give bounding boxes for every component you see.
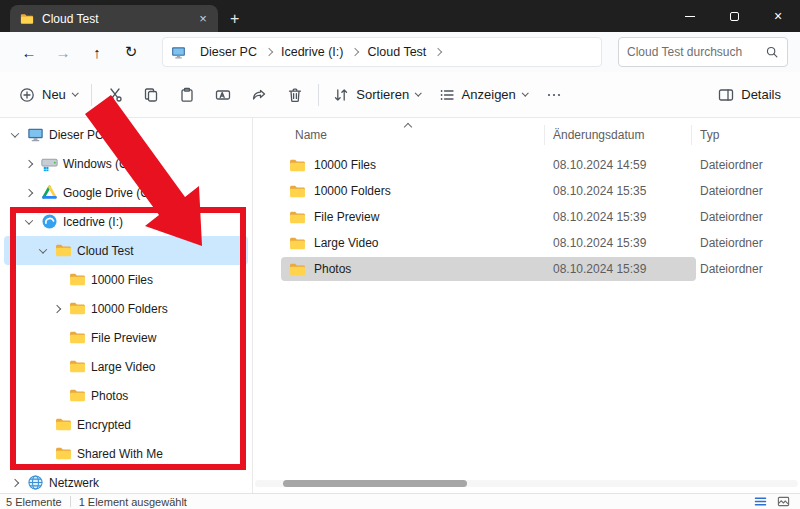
file-type-cell: Dateiordner [692, 184, 800, 198]
breadcrumb-chevron-icon[interactable] [265, 48, 273, 56]
sort-icon [333, 87, 349, 103]
column-header-name[interactable]: Name [253, 125, 545, 145]
breadcrumb-pc-icon [171, 45, 186, 60]
tree-item-label: Icedrive (I:) [63, 215, 123, 229]
tree-chevron-slot[interactable] [50, 306, 64, 312]
tree-item-label: Dieser PC [49, 128, 104, 142]
back-button[interactable]: ← [12, 36, 46, 68]
sidebar-item-photos[interactable]: Photos [4, 381, 248, 410]
content-area: Dieser PC Windows (C:) Google Drive (G:)… [0, 118, 800, 493]
copy-button[interactable] [133, 78, 169, 112]
file-type-cell: Dateiordner [692, 210, 800, 224]
more-icon [546, 87, 562, 103]
file-row-10000-files[interactable]: 10000 Files 08.10.2024 14:59 Dateiordner [253, 152, 800, 178]
view-toggles [754, 495, 790, 508]
horizontal-scrollbar[interactable] [255, 480, 798, 487]
tree-chevron-slot[interactable] [22, 219, 36, 225]
forward-button[interactable]: → [46, 36, 80, 68]
close-button[interactable]: × [756, 0, 800, 32]
file-row-file-preview[interactable]: File Preview 08.10.2024 15:39 Dateiordne… [253, 204, 800, 230]
search-input[interactable] [627, 45, 765, 59]
tree-chevron-slot[interactable] [8, 480, 22, 486]
tree-chevron-slot[interactable] [22, 161, 36, 167]
item-count: 5 Elemente [6, 496, 62, 508]
tree-item-label: Cloud Test [77, 244, 133, 258]
cut-button[interactable] [97, 78, 133, 112]
sidebar-item-dieser-pc[interactable]: Dieser PC [4, 120, 248, 149]
file-type-cell: Dateiordner [692, 236, 800, 250]
new-tab-button[interactable]: + [230, 11, 239, 27]
sidebar-item-shared-with-me[interactable]: Shared With Me [4, 439, 248, 468]
tree-chevron-slot[interactable] [8, 132, 22, 138]
tree-item-label: 10000 Files [91, 273, 153, 287]
new-button[interactable]: Neu [10, 78, 86, 112]
sidebar-item-cloud-test[interactable]: Cloud Test [4, 236, 248, 265]
titlebar: Cloud Test × + × [0, 0, 800, 32]
thumbnail-view-toggle[interactable] [777, 495, 790, 508]
share-button[interactable] [241, 78, 277, 112]
tab-cloud-test[interactable]: Cloud Test × [10, 5, 218, 32]
file-row-photos[interactable]: Photos 08.10.2024 15:39 Dateiordner [253, 256, 800, 282]
search-box[interactable] [618, 37, 788, 67]
folder-icon [55, 242, 72, 259]
details-view-toggle[interactable] [754, 495, 767, 508]
sidebar-item-10000-files[interactable]: 10000 Files [4, 265, 248, 294]
selection-count: 1 Element ausgewählt [79, 496, 187, 508]
sort-button[interactable]: Sortieren [324, 78, 429, 112]
statusbar-divider [70, 496, 71, 507]
tree-chevron-slot[interactable] [36, 248, 50, 254]
rename-button[interactable] [205, 78, 241, 112]
breadcrumb-item-dieser-pc[interactable]: Dieser PC [194, 42, 263, 62]
breadcrumb-chevron-icon[interactable] [434, 48, 442, 56]
sidebar-item-large-video[interactable]: Large Video [4, 352, 248, 381]
tree-item-label: Windows (C:) [63, 157, 135, 171]
new-button-label: Neu [42, 87, 66, 102]
file-row-10000-folders[interactable]: 10000 Folders 08.10.2024 15:35 Dateiordn… [253, 178, 800, 204]
paste-button[interactable] [169, 78, 205, 112]
sidebar-item-10000-folders[interactable]: 10000 Folders [4, 294, 248, 323]
address-bar[interactable]: Dieser PCIcedrive (I:)Cloud Test [162, 37, 602, 67]
view-button[interactable]: Anzeigen [430, 78, 537, 112]
folder-icon [289, 183, 306, 200]
tree-item-label: Shared With Me [77, 447, 163, 461]
more-button[interactable] [536, 78, 572, 112]
file-name: 10000 Folders [314, 184, 391, 198]
tree-item-label: Photos [91, 389, 128, 403]
icedrive-icon [41, 213, 58, 230]
delete-button[interactable] [277, 78, 313, 112]
folder-icon [289, 157, 306, 174]
maximize-button[interactable] [712, 0, 756, 32]
paste-icon [179, 87, 195, 103]
up-button[interactable]: ↑ [80, 36, 114, 68]
sidebar-item-icedrive-i[interactable]: Icedrive (I:) [4, 207, 248, 236]
sidebar-item-netzwerk[interactable]: Netzwerk [4, 468, 248, 493]
view-icon [439, 87, 455, 103]
file-name-cell: Large Video [253, 235, 545, 252]
scrollbar-thumb[interactable] [283, 480, 467, 487]
file-row-large-video[interactable]: Large Video 08.10.2024 15:39 Dateiordner [253, 230, 800, 256]
sidebar-item-google-drive-g[interactable]: Google Drive (G:) [4, 178, 248, 207]
minimize-button[interactable] [668, 0, 712, 32]
column-header-type[interactable]: Typ [692, 125, 800, 145]
file-type-cell: Dateiordner [692, 158, 800, 172]
folder-icon [55, 416, 72, 433]
sidebar-item-windows-c[interactable]: Windows (C:) [4, 149, 248, 178]
refresh-button[interactable]: ↻ [114, 36, 148, 68]
column-header-modified[interactable]: Änderungsdatum [545, 125, 692, 145]
gdrive-icon [41, 184, 58, 201]
file-name: Large Video [314, 236, 379, 250]
search-icon[interactable] [765, 45, 779, 59]
network-icon [27, 474, 44, 491]
sidebar-item-encrypted[interactable]: Encrypted [4, 410, 248, 439]
file-type-cell: Dateiordner [692, 262, 800, 276]
file-name: 10000 Files [314, 158, 376, 172]
details-button[interactable]: Details [709, 78, 790, 112]
breadcrumb-chevron-icon[interactable] [351, 48, 359, 56]
file-name: Photos [314, 262, 351, 276]
sidebar-item-file-preview[interactable]: File Preview [4, 323, 248, 352]
breadcrumb-item-cloud-test[interactable]: Cloud Test [361, 42, 432, 62]
folder-icon [289, 209, 306, 226]
tree-chevron-slot[interactable] [22, 190, 36, 196]
breadcrumb-item-icedrive-i[interactable]: Icedrive (I:) [275, 42, 350, 62]
tab-close-icon[interactable]: × [194, 10, 212, 28]
